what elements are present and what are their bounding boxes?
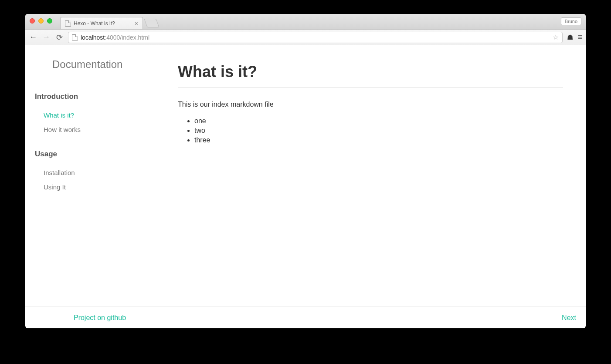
list-item: one: [194, 116, 563, 126]
section-title: Usage: [35, 150, 146, 158]
list-item: two: [194, 126, 563, 135]
address-bar[interactable]: localhost:4000/index.html ☆: [68, 32, 563, 43]
sidebar: Documentation Introduction What is it? H…: [25, 45, 155, 307]
traffic-lights: [30, 18, 52, 24]
sidebar-item-how-it-works[interactable]: How it works: [35, 122, 146, 137]
maximize-window-button[interactable]: [47, 18, 52, 24]
url-path: :4000/index.html: [105, 34, 149, 41]
content-list: one two three: [194, 116, 563, 145]
sidebar-item-using-it[interactable]: Using It: [35, 180, 146, 194]
reload-button[interactable]: ⟳: [55, 33, 64, 42]
page-footer: Project on github Next: [25, 307, 586, 328]
site-title: Documentation: [52, 58, 146, 71]
section-title: Introduction: [35, 92, 146, 101]
close-tab-button[interactable]: ×: [135, 20, 138, 27]
hamburger-menu-icon[interactable]: ≡: [577, 33, 582, 42]
page-content: Documentation Introduction What is it? H…: [25, 45, 586, 307]
browser-toolbar: ← → ⟳ localhost:4000/index.html ☆ ☗ ≡: [25, 30, 586, 45]
next-link[interactable]: Next: [562, 314, 576, 321]
list-item: three: [194, 135, 563, 145]
browser-tab[interactable]: Hexo - What is it? ×: [60, 17, 143, 29]
window-titlebar: Hexo - What is it? × Bruno: [25, 14, 586, 30]
extension-icon[interactable]: ☗: [567, 33, 573, 41]
forward-button[interactable]: →: [42, 33, 51, 42]
main-content: What is it? This is our index markdown f…: [155, 45, 586, 307]
close-window-button[interactable]: [30, 18, 35, 24]
sidebar-section-usage: Usage Installation Using It: [35, 150, 146, 194]
sidebar-item-what-is-it[interactable]: What is it?: [35, 108, 146, 122]
page-title: What is it?: [178, 63, 563, 88]
back-button[interactable]: ←: [29, 33, 37, 42]
minimize-window-button[interactable]: [38, 18, 44, 24]
sidebar-item-installation[interactable]: Installation: [35, 165, 146, 180]
url-host: localhost: [81, 34, 105, 41]
profile-badge[interactable]: Bruno: [561, 17, 581, 25]
project-github-link[interactable]: Project on github: [74, 314, 126, 321]
browser-window: Hexo - What is it? × Bruno ← → ⟳ localho…: [25, 14, 586, 328]
bookmark-star-icon[interactable]: ☆: [553, 33, 559, 41]
sidebar-section-introduction: Introduction What is it? How it works: [35, 92, 146, 137]
page-icon: [72, 34, 78, 40]
intro-paragraph: This is our index markdown file: [178, 101, 563, 108]
tab-title: Hexo - What is it?: [74, 20, 115, 27]
new-tab-button[interactable]: [144, 19, 159, 27]
page-icon: [65, 20, 71, 27]
